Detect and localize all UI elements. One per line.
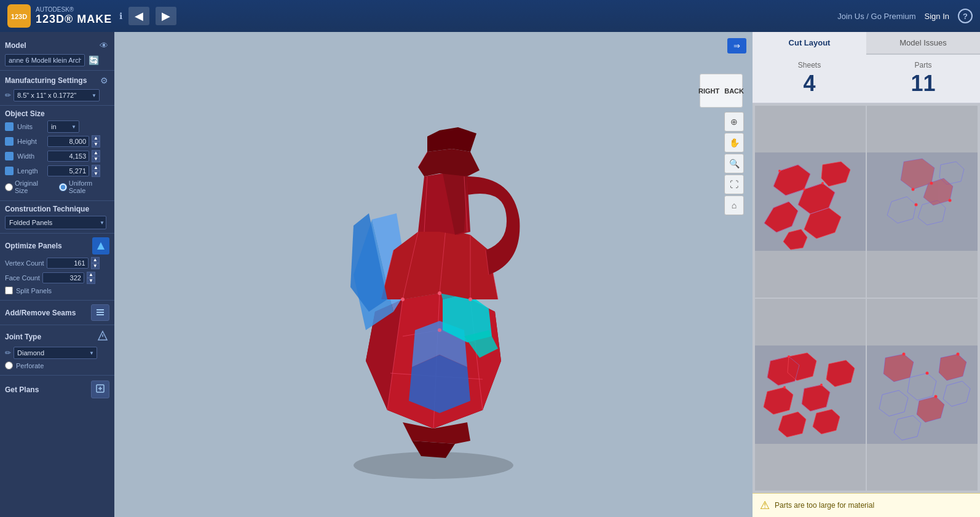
tab-model-issues[interactable]: Model Issues [866,32,980,53]
height-down[interactable]: ▼ [92,141,100,148]
length-up[interactable]: ▲ [92,165,100,171]
units-select[interactable]: in mm cm [47,120,79,133]
svg-marker-81 [813,409,840,434]
export-button[interactable]: ⇒ [727,38,746,53]
info-icon[interactable]: ℹ [119,11,122,21]
width-up[interactable]: ▲ [92,150,100,156]
units-row: Units in mm cm [5,120,109,133]
original-size-radio[interactable]: Original Size [5,180,52,194]
face-row: Face Count 322 ▲ ▼ [5,272,109,284]
view-home-button[interactable]: ⌂ [724,195,744,215]
manufacturing-section-title: Manufacturing Settings [5,76,87,85]
perforate-input[interactable] [5,361,13,369]
svg-marker-39 [427,127,476,152]
sheet-size-select[interactable]: 8.5" x 11" x 0.1772" [14,89,100,101]
sheet-thumb-2[interactable] [867,106,978,298]
height-up[interactable]: ▲ [92,135,100,141]
face-up[interactable]: ▲ [87,272,95,278]
length-row: Length 5,271 ▲ ▼ [5,165,109,177]
vertex-input[interactable]: 161 [47,258,89,269]
main-area: Model 👁 🔄 Manufacturing Settings ⚙ ✏ 8.5… [0,32,980,517]
model-name-input[interactable] [5,54,85,66]
width-input[interactable]: 4,153 [47,151,89,162]
joint-icon-button[interactable] [96,329,109,344]
width-label: Width [17,152,45,160]
height-spinner[interactable]: ▲ ▼ [92,135,100,148]
brand-text: AUTODESK® 123D® MAKE [36,6,112,26]
model-refresh-button[interactable]: 🔄 [87,54,100,66]
app-logo: 123D [7,4,31,28]
svg-marker-77 [764,387,793,414]
height-input[interactable]: 8,000 [47,136,89,147]
sheets-value: 4 [803,71,815,97]
manufacturing-settings-button[interactable]: ⚙ [99,74,109,87]
svg-point-99 [926,372,929,375]
model-svg [280,66,587,484]
technique-select[interactable]: Folded Panels Stacked Slices Interlocked… [5,216,106,229]
perforate-checkbox[interactable]: Perforate [5,361,109,369]
seams-button[interactable] [91,304,109,321]
scale-radio-group: Original Size Uniform Scale [5,180,109,194]
svg-marker-2 [97,242,105,250]
parts-stat: Parts 11 [866,61,980,97]
uniform-scale-radio[interactable]: Uniform Scale [59,180,109,194]
right-panel: Cut Layout Model Issues Sheets 4 Parts 1… [753,32,980,517]
length-input[interactable]: 5,271 [47,165,89,176]
vertex-up[interactable]: ▲ [91,257,100,263]
help-button[interactable]: ? [958,9,973,23]
width-down[interactable]: ▼ [92,156,100,162]
autodesk-label: AUTODESK® [36,6,112,13]
view-orbit-button[interactable]: ⊕ [724,112,744,132]
view-cube[interactable]: RIGHT BACK [700,74,743,108]
svg-point-98 [903,353,906,356]
model-section: Model 👁 🔄 [0,36,114,71]
view-tools: ⊕ ✋ 🔍 ⛶ ⌂ [724,112,744,215]
svg-point-72 [912,188,915,191]
sheet-grid [753,103,980,493]
sheet-thumb-1[interactable] [755,106,866,298]
model-section-title: Model [5,41,26,50]
get-plans-label: Get Plans [5,385,39,394]
optimize-title: Optimize Panels [5,242,62,250]
get-plans-section: Get Plans [0,376,114,403]
sheets-label: Sheets [798,61,821,69]
length-down[interactable]: ▼ [92,171,100,177]
length-spinner[interactable]: ▲ ▼ [92,165,100,177]
back-button[interactable]: ◀ [128,7,149,25]
warning-icon: ⚠ [760,499,770,512]
height-label: Height [17,138,45,145]
width-row: Width 4,153 ▲ ▼ [5,150,109,162]
face-spinner[interactable]: ▲ ▼ [87,272,95,284]
view-pan-button[interactable]: ✋ [724,133,744,152]
face-down[interactable]: ▼ [87,278,95,284]
get-plans-button[interactable] [91,381,109,398]
svg-point-47 [468,298,472,301]
vertex-spinner[interactable]: ▲ ▼ [91,257,100,269]
split-panels-checkbox[interactable]: Split Panels [5,286,109,294]
view-fit-button[interactable]: ⛶ [724,175,744,194]
width-spinner[interactable]: ▲ ▼ [92,150,100,162]
svg-point-45 [401,298,405,301]
join-link[interactable]: Join Us / Go Premium [837,12,915,21]
svg-point-86 [820,384,823,386]
right-panel-tabs: Cut Layout Model Issues [753,32,980,55]
svg-text:123D: 123D [11,13,27,20]
optimize-button[interactable] [92,237,109,255]
seams-section: Add/Remove Seams [0,301,114,325]
svg-marker-38 [418,149,480,176]
face-input[interactable]: 322 [42,272,84,283]
view-zoom-button[interactable]: 🔍 [724,154,744,173]
manufacturing-section: Manufacturing Settings ⚙ ✏ 8.5" x 11" x … [0,71,114,106]
joint-type-select[interactable]: Diamond Tab Snap Bolt [14,347,97,359]
sheets-stat: Sheets 4 [753,61,866,97]
split-panels-input[interactable] [5,286,13,294]
sheet-thumb-3[interactable] [755,299,866,491]
signin-link[interactable]: Sign In [925,12,949,21]
vertex-down[interactable]: ▼ [91,263,100,269]
model-visibility-button[interactable]: 👁 [98,39,109,52]
sheet-thumb-4[interactable] [867,299,978,491]
warning-text: Parts are too large for material [775,501,874,510]
topbar-right: Join Us / Go Premium Sign In ? [837,9,973,23]
tab-cut-layout[interactable]: Cut Layout [753,32,866,55]
forward-button[interactable]: ▶ [156,7,176,25]
